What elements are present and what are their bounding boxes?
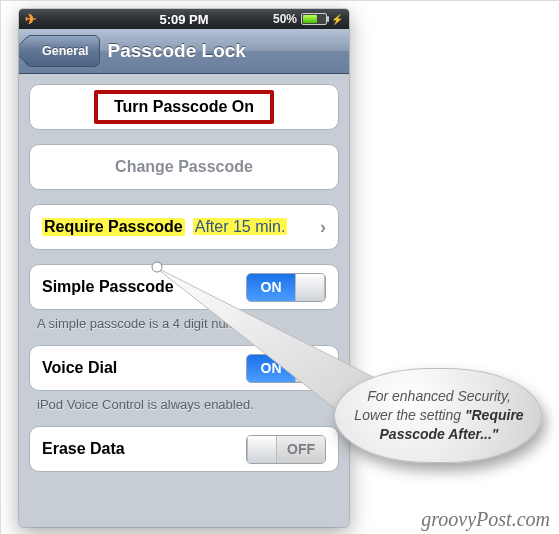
require-passcode-cell[interactable]: Require Passcode After 15 min. › [30, 205, 338, 249]
toggle-knob [295, 274, 325, 301]
voice-dial-toggle[interactable]: ON OFF [246, 354, 326, 383]
toggle-on-label: ON [261, 360, 282, 376]
chevron-right-icon: › [320, 217, 326, 238]
require-passcode-label: Require Passcode [42, 218, 185, 236]
toggle-off-label: OFF [287, 441, 315, 457]
turn-passcode-on-cell[interactable]: Turn Passcode On [30, 85, 338, 129]
simple-passcode-label: Simple Passcode [42, 278, 174, 296]
group-change-passcode: Change Passcode [29, 144, 339, 190]
toggle-knob [295, 355, 325, 382]
watermark: groovyPost.com [421, 508, 550, 531]
voice-dial-label: Voice Dial [42, 359, 117, 377]
nav-bar: General Passcode Lock [19, 29, 349, 74]
battery-icon [301, 13, 327, 25]
phone-frame: ✈ 5:09 PM 50% ⚡ General Passcode Lock Tu… [19, 9, 349, 527]
status-time: 5:09 PM [19, 12, 349, 27]
group-require-passcode: Require Passcode After 15 min. › [29, 204, 339, 250]
back-button[interactable]: General [25, 35, 100, 67]
annotation-callout: For enhanced Security, Lower the setting… [334, 368, 542, 463]
change-passcode-cell[interactable]: Change Passcode [30, 145, 338, 189]
status-bar: ✈ 5:09 PM 50% ⚡ [19, 9, 349, 29]
erase-data-label: Erase Data [42, 440, 125, 458]
group-voice-dial: Voice Dial ON OFF [29, 345, 339, 391]
voice-dial-helper: iPod Voice Control is always enabled. [29, 397, 339, 416]
turn-passcode-on-label: Turn Passcode On [94, 90, 274, 124]
erase-data-toggle[interactable]: ON OFF [246, 435, 326, 464]
require-passcode-value: After 15 min. [193, 218, 288, 235]
group-simple-passcode: Simple Passcode ON OFF [29, 264, 339, 310]
page-title: Passcode Lock [108, 40, 246, 62]
simple-passcode-helper: A simple passcode is a 4 digit number. [29, 316, 339, 335]
group-turn-passcode: Turn Passcode On [29, 84, 339, 130]
toggle-knob [247, 436, 277, 463]
simple-passcode-toggle[interactable]: ON OFF [246, 273, 326, 302]
settings-content: Turn Passcode On Change Passcode Require… [19, 74, 349, 527]
change-passcode-label: Change Passcode [115, 158, 253, 176]
toggle-on-label: ON [261, 279, 282, 295]
group-erase-data: Erase Data ON OFF [29, 426, 339, 472]
voice-dial-cell: Voice Dial ON OFF [30, 346, 338, 390]
simple-passcode-cell: Simple Passcode ON OFF [30, 265, 338, 309]
erase-data-cell: Erase Data ON OFF [30, 427, 338, 471]
